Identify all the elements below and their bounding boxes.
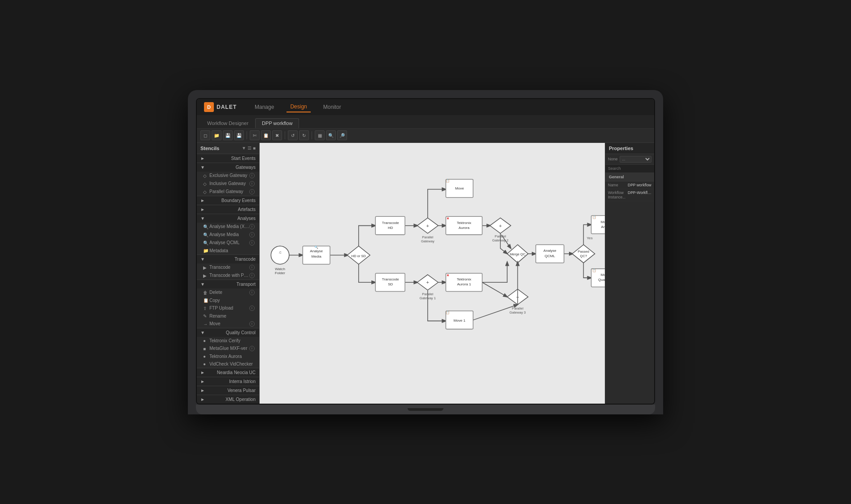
ftp-info[interactable]: i (249, 306, 255, 311)
workflow-svg: Watch Folder ♫ Analyse Media 🔍 HD or SD (260, 143, 605, 404)
stencil-group-xml-header[interactable]: ► XML Operation (197, 395, 259, 404)
toolbar-redo[interactable]: ↻ (299, 130, 309, 140)
neocia-label: Neardia Neocia UC (217, 370, 256, 375)
stencil-group-analyses-header[interactable]: ▼ Analyses (197, 214, 259, 223)
stencil-inclusive-gateway[interactable]: ◇ Inclusive Gateway i (197, 180, 259, 188)
rename-label: Rename (209, 314, 255, 319)
toolbar-saveas[interactable]: 💾 (234, 130, 244, 140)
transcode-params-info[interactable]: i (249, 273, 255, 278)
parallel-gw-info[interactable]: i (249, 189, 255, 194)
svg-text:Gateway 3: Gateway 3 (509, 310, 525, 314)
svg-text:Media: Media (312, 254, 322, 258)
diagram-canvas[interactable]: Watch Folder ♫ Analyse Media 🔍 HD or SD (260, 143, 605, 404)
analyse-qcml-info[interactable]: i (249, 240, 255, 246)
toolbar-delete[interactable]: ✖ (272, 130, 282, 140)
start-events-label: Start Events (231, 156, 256, 161)
props-name-row: Name DPP workflow (605, 181, 654, 189)
toolbar-save[interactable]: 💾 (223, 130, 233, 140)
svg-text:+: + (499, 223, 502, 228)
toolbar-zoomout[interactable]: 🔎 (337, 130, 347, 140)
stencils-list-icon[interactable]: ☰ (247, 146, 252, 151)
toolbar-undo[interactable]: ↺ (288, 130, 298, 140)
stencil-group-neocia-header[interactable]: ► Neardia Neocia UC (197, 368, 259, 377)
stencil-group-gateways-header[interactable]: ▼ Gateways (197, 163, 259, 172)
props-search-input[interactable] (608, 166, 654, 171)
stencils-filter-icon[interactable]: ▼ (242, 146, 246, 151)
svg-marker-30 (417, 275, 439, 290)
stencil-group-xml: ► XML Operation (197, 395, 259, 404)
toolbar-new[interactable]: ◻ (200, 130, 210, 140)
copy-icon: 📋 (203, 298, 208, 302)
stencil-tektronix-cerify[interactable]: ● Tektronix Cerify (197, 337, 259, 345)
logo-text: DALET (217, 104, 237, 110)
delete-info[interactable]: i (249, 290, 255, 295)
svg-rect-34 (446, 179, 473, 198)
stencil-analyse-media[interactable]: 🔍 Analyse Media i (197, 231, 259, 239)
nav-design[interactable]: Design (287, 102, 310, 112)
stencil-transcode-params[interactable]: ▶ Transcode with Parameters i (197, 271, 259, 280)
transcode-item-label: Transcode (209, 265, 249, 270)
stencil-metadata[interactable]: 📁 Metadata (197, 247, 259, 254)
transcode-info[interactable]: i (249, 265, 255, 270)
qc-label: Quality Control (226, 330, 256, 335)
boundary-label: Boundary Events (221, 198, 256, 203)
stencil-group-interra-header[interactable]: ► Interra Istrion (197, 377, 259, 386)
stencil-group-transcode-header[interactable]: ▼ Transcode (197, 255, 259, 263)
stencil-group-start-events-header[interactable]: ► Start Events (197, 154, 259, 163)
toolbar-open[interactable]: 📁 (212, 130, 221, 140)
stencil-exclusive-gateway[interactable]: ◇ Exclusive Gateway i (197, 172, 259, 180)
transport-label: Transport (237, 282, 256, 287)
nav-manage[interactable]: Manage (251, 102, 278, 112)
gateways-label: Gateways (236, 165, 256, 170)
analyse-media-info[interactable]: i (249, 232, 255, 237)
toolbar-fit[interactable]: ▦ (315, 130, 325, 140)
svg-text:📋: 📋 (592, 268, 596, 272)
exclusive-gw-info[interactable]: i (249, 173, 255, 178)
stencil-analyse-qcml[interactable]: 🔍 Analyse QCML i (197, 239, 259, 247)
stencil-transcode[interactable]: ▶ Transcode i (197, 263, 259, 271)
metaglue-info[interactable]: i (249, 346, 255, 351)
svg-text:+: + (426, 223, 430, 228)
analyse-xml-info[interactable]: i (249, 224, 255, 229)
svg-text:Transcode: Transcode (382, 277, 399, 281)
stencil-copy[interactable]: 📋 Copy (197, 297, 259, 304)
nav-monitor[interactable]: Monitor (320, 102, 345, 112)
main-content: Stencils ▼ ☰ ■ ► Start Events (197, 143, 654, 404)
stencil-group-artefacts-header[interactable]: ► Artefacts (197, 205, 259, 214)
svg-text:Archive: Archive (601, 224, 605, 228)
stencil-parallel-gateway[interactable]: ◇ Parallel Gateway i (197, 188, 259, 196)
move-info[interactable]: i (249, 321, 255, 327)
stencil-analyse-media-xml[interactable]: 🔍 Analyse Media (XML) i (197, 223, 259, 231)
props-filter-select[interactable]: ... (620, 156, 651, 163)
toolbar-paste[interactable]: 📋 (261, 130, 271, 140)
toolbar: ◻ 📁 💾 💾 ✄ 📋 ✖ ↺ ↻ ▦ 🔍 🔎 (197, 129, 654, 143)
stencil-group-neocia: ► Neardia Neocia UC (197, 368, 259, 377)
stencil-group-transport-header[interactable]: ▼ Transport (197, 280, 259, 289)
stencil-metaglue[interactable]: ■ MetaGlue MXF-ver i (197, 345, 259, 353)
stencil-delete[interactable]: 🗑 Delete i (197, 289, 259, 297)
laptop-shell: D DALET Manage Design Monitor Workflow D… (188, 90, 663, 414)
stencils-grid-icon[interactable]: ■ (253, 146, 256, 151)
svg-text:Analyse: Analyse (310, 249, 323, 253)
dalet-logo-icon: D (204, 102, 214, 112)
stencil-group-boundary-header[interactable]: ► Boundary Events (197, 196, 259, 205)
inclusive-gw-info[interactable]: i (249, 181, 255, 186)
stencil-group-venera-header[interactable]: ► Venera Pulsar (197, 386, 259, 395)
tab-dpp-workflow[interactable]: DPP workflow (255, 118, 299, 128)
logo-area: D DALET (204, 102, 237, 112)
svg-rect-45 (446, 311, 473, 329)
arrow-icon: ► (200, 370, 205, 375)
stencil-rename[interactable]: ✎ Rename (197, 312, 259, 320)
props-instance-row: Workflow Instance... DPP-Workflow - B... (605, 189, 654, 201)
svg-text:Passed: Passed (578, 250, 589, 254)
toolbar-cut[interactable]: ✄ (250, 130, 260, 140)
toolbar-zoomin[interactable]: 🔍 (326, 130, 336, 140)
stencil-vidcheck[interactable]: ● VidCheck VidChecker (197, 360, 259, 368)
stencil-ftp-upload[interactable]: ⇧ FTP Upload i (197, 304, 259, 312)
stencil-tektronix-aurora[interactable]: ● Tektronix Aurora (197, 353, 259, 360)
rename-icon: ✎ (203, 314, 208, 318)
stencil-move[interactable]: → Move i (197, 320, 259, 328)
svg-text:SD: SD (388, 282, 393, 286)
tab-workflow-designer[interactable]: Workflow Designer (200, 118, 255, 128)
stencil-group-qc-header[interactable]: ▼ Quality Control (197, 328, 259, 337)
